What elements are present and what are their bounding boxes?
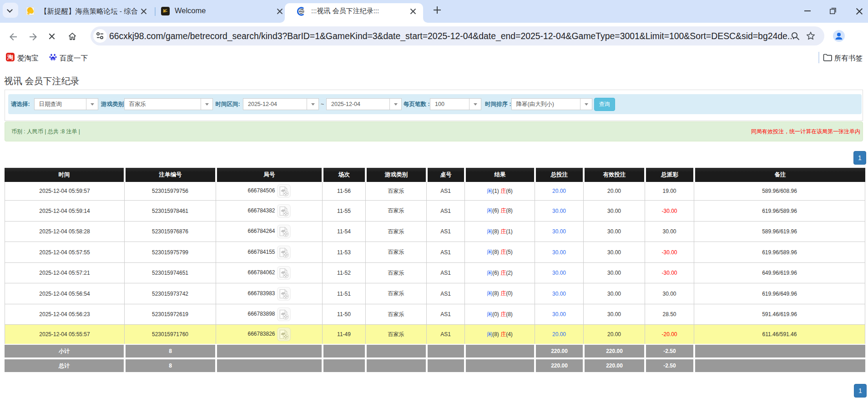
svg-text:du: du — [51, 58, 55, 60]
